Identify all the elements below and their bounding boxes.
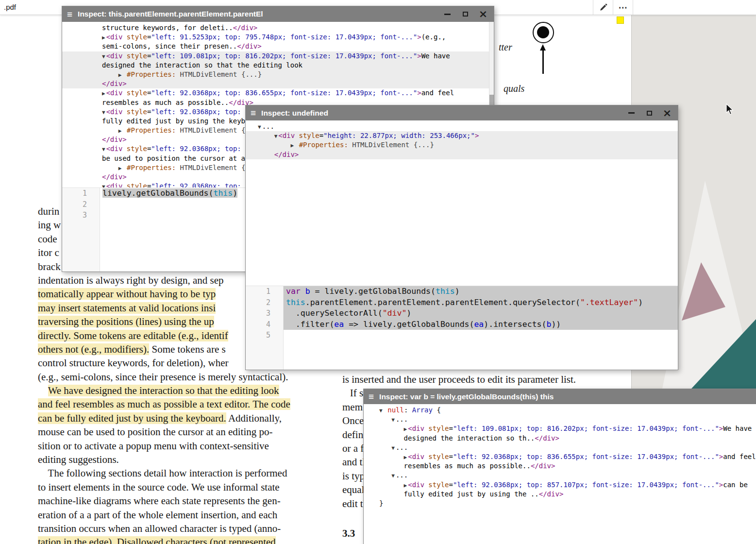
line-number: 2	[246, 297, 283, 308]
inspector-window-2: ≡ Inspect: undefined × ▼... ▼<div style=…	[245, 105, 678, 370]
window-titlebar[interactable]: ≡ Inspect: var b = lively.getGlobalBound…	[364, 389, 756, 404]
pdf-text-line: editing suggestions.	[38, 453, 329, 466]
pencil-icon	[599, 3, 607, 12]
inspector-window-3: ≡ Inspect: var b = lively.getGlobalBound…	[363, 389, 756, 544]
pdf-text-line: can be fully edited just by using the ke…	[38, 411, 329, 425]
dom-tree-row[interactable]: </div>	[246, 150, 678, 159]
pdf-text-line: mouse can be used to position the cursor…	[38, 425, 329, 439]
close-button[interactable]: ×	[663, 109, 671, 117]
section-heading: 3.3	[342, 527, 355, 540]
window-controls: ×	[627, 109, 671, 117]
maximize-icon	[463, 12, 468, 17]
code-line[interactable]	[284, 330, 678, 341]
dom-tree-row[interactable]: structure keywords, for deleti..</div>	[62, 23, 494, 33]
halo-handle[interactable]	[617, 17, 624, 24]
pdf-text-line: We have designed the interaction so that…	[38, 384, 329, 397]
close-icon: ×	[663, 109, 672, 117]
dom-tree-row[interactable]: ▶ #Properties: HTMLDivElement {...}	[246, 140, 678, 150]
pdf-text-line: (e.g., semi-colons, since their presence…	[38, 370, 329, 384]
dom-tree-row[interactable]: ▼<div style="height: 22.877px; width: 25…	[246, 131, 678, 140]
window-title: Inspect: var b = lively.getGlobalBounds(…	[379, 392, 554, 401]
diagram-label-top: tter	[499, 42, 512, 53]
dom-tree-row[interactable]: ▼...	[364, 443, 756, 452]
window-titlebar[interactable]: ≡ Inspect: this.parentElement.parentElem…	[62, 6, 494, 22]
window-title: Inspect: this.parentElement.parentElemen…	[78, 10, 263, 18]
dom-tree-row[interactable]: ▼...	[246, 122, 678, 131]
screen: durining wcodeitor cbrackindentation is …	[0, 0, 756, 544]
state-start-node-icon	[533, 22, 554, 43]
pdf-text-line: to insert elements in the source code. W…	[38, 480, 329, 494]
pdf-text-line: The following sections detail how intera…	[38, 466, 329, 480]
dom-tree-row[interactable]: ▶<div style="left: 92.0368px; top: 857.1…	[364, 480, 756, 490]
toolbar-buttons: ⋯	[593, 0, 633, 15]
dom-tree-row[interactable]: }	[364, 499, 756, 508]
dom-tree-row[interactable]: designed the interaction so that the edi…	[62, 61, 494, 70]
line-number: 4	[246, 319, 283, 330]
maximize-button[interactable]	[461, 10, 469, 18]
dom-tree-row[interactable]: ▶<div style="left: 109.081px; top: 816.2…	[364, 424, 756, 433]
minimize-icon	[628, 112, 635, 114]
maximize-button[interactable]	[645, 109, 653, 117]
dom-tree-row[interactable]: ▼...	[364, 415, 756, 424]
line-number-gutter: 12345	[246, 286, 284, 370]
pdf-text-line: is inserted and the user proceeds to edi…	[342, 373, 624, 386]
code-line[interactable]: this.parentElement.parentElement.parentE…	[284, 297, 678, 308]
filename-label: .pdf	[4, 0, 16, 15]
window-title: Inspect: undefined	[261, 109, 328, 118]
minimize-button[interactable]	[627, 109, 635, 117]
pdf-text-line: eration of a a part of the whole element…	[38, 508, 329, 522]
dom-tree-row[interactable]: resembles as much as possible..</div>	[364, 461, 756, 471]
line-number: 1	[246, 286, 283, 297]
code-line[interactable]: .querySelectorAll("div")	[284, 308, 678, 319]
line-number: 1	[62, 188, 100, 199]
dom-tree-row[interactable]: ▶<div style="left: 92.0368px; top: 836.6…	[364, 452, 756, 461]
line-number: 3	[246, 308, 283, 319]
minimize-button[interactable]	[443, 10, 451, 18]
dom-tree-row[interactable]: designed the interaction so th..</div>	[364, 434, 756, 443]
code-line[interactable]: .filter(ea => lively.getGlobalBounds(ea)…	[284, 319, 678, 330]
dom-tree-row[interactable]: ▶ #Properties: HTMLDivElement {...}	[62, 70, 494, 79]
dom-tree: ▼ null: Array { ▼... ▶<div style="left: …	[364, 404, 756, 544]
line-number-gutter: 123	[62, 188, 100, 272]
dom-tree-row[interactable]: semi-colons, since their presen..</div>	[62, 42, 494, 51]
pdf-text-line: machine-like diagrams where each state r…	[38, 494, 329, 508]
annotate-pencil-button[interactable]	[593, 0, 613, 15]
diagram-arrow-head-icon	[540, 44, 546, 51]
dom-tree-row[interactable]: ▼...	[364, 471, 756, 480]
window-menu-icon[interactable]: ≡	[67, 10, 72, 19]
line-number: 3	[62, 210, 100, 221]
pdf-text-line: tation in the edge). Disallowed characte…	[38, 535, 329, 544]
dom-tree-row[interactable]: ▼ null: Array {	[364, 406, 756, 415]
minimize-icon	[444, 14, 451, 15]
code-editor[interactable]: 12345 var b = lively.getGlobalBounds(thi…	[246, 286, 678, 370]
dom-tree-row[interactable]: fully edited just by using the ..</div>	[364, 490, 756, 499]
code-line[interactable]: var b = lively.getGlobalBounds(this)	[284, 286, 678, 297]
state-start-node-fill	[537, 26, 549, 38]
window-titlebar[interactable]: ≡ Inspect: undefined ×	[246, 105, 678, 120]
toolbar-divider	[633, 0, 633, 15]
mouse-cursor	[725, 103, 736, 116]
pdf-text-line: transition occurs when an allowed charac…	[38, 522, 329, 535]
dom-tree-row[interactable]: </div>	[62, 79, 494, 88]
dom-tree: ▼... ▼<div style="height: 22.877px; widt…	[246, 120, 678, 286]
close-icon: ×	[479, 10, 487, 18]
code-area[interactable]: var b = lively.getGlobalBounds(this)this…	[284, 286, 678, 370]
diagram-label-bottom: quals	[504, 83, 524, 94]
window-menu-icon[interactable]: ≡	[251, 108, 256, 118]
window-menu-icon[interactable]: ≡	[369, 392, 374, 401]
pdf-text-line: and feel resembles as much as possible a…	[38, 397, 329, 411]
window-controls: ×	[443, 10, 487, 18]
maximize-icon	[647, 111, 652, 116]
dom-tree-row[interactable]: ▼<div style="left: 109.081px; top: 816.2…	[62, 51, 494, 61]
line-number: 2	[62, 199, 100, 210]
diagram-arrow-line	[542, 50, 544, 74]
pdf-text-line: sition or to activate a popup menu with …	[38, 439, 329, 453]
line-number: 5	[246, 330, 283, 341]
dom-tree-row[interactable]: ▶<div style="left: 91.5253px; top: 795.7…	[62, 33, 494, 42]
close-button[interactable]: ×	[479, 10, 487, 18]
more-options-button[interactable]: ⋯	[613, 0, 633, 15]
dom-tree-row[interactable]: ▶<div style="left: 92.0368px; top: 836.6…	[62, 88, 494, 98]
ellipsis-icon: ⋯	[619, 2, 628, 13]
